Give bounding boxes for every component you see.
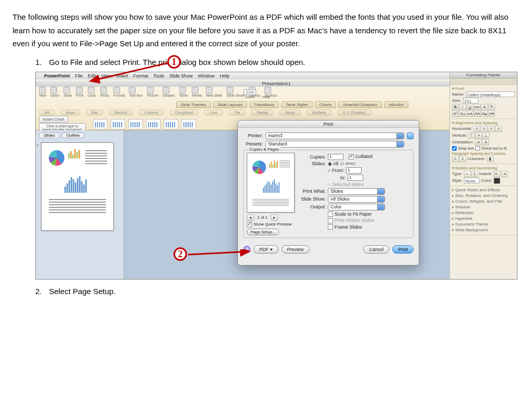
menu-view[interactable]: View xyxy=(101,73,111,78)
bullet-type-icon[interactable]: • xyxy=(464,171,471,177)
presets-select[interactable]: Standard xyxy=(265,141,404,148)
disc-hyperlink[interactable]: Hyperlink xyxy=(452,216,515,221)
menu-slideshow[interactable]: Slide Show xyxy=(169,73,193,78)
spacing-icon[interactable]: ≡ xyxy=(459,156,466,162)
bold-button[interactable]: B xyxy=(452,104,459,110)
valign-mid-icon[interactable]: ≡ xyxy=(475,132,482,139)
slides-all-radio[interactable]: ◉ All xyxy=(328,161,338,166)
indent-dec-icon[interactable]: ⇤ xyxy=(494,171,500,177)
qat-textbox-icon[interactable] xyxy=(129,87,136,94)
spacing-icon[interactable]: ≡ xyxy=(452,156,459,162)
chartcat-line[interactable]: Line xyxy=(204,110,223,115)
tab-charts[interactable]: Charts xyxy=(315,101,337,108)
menu-window[interactable]: Window xyxy=(198,73,215,78)
qat-save-icon[interactable] xyxy=(63,87,70,94)
valign-top-icon[interactable]: ⊤ xyxy=(468,132,475,139)
indent-inc-icon[interactable]: ⇥ xyxy=(501,171,508,177)
color-swatch[interactable] xyxy=(494,178,500,184)
tab-smartart[interactable]: SmartArt Graphics xyxy=(338,101,382,108)
qat-shapes-icon[interactable] xyxy=(163,87,169,94)
chartcat-xy[interactable]: X Y (Scatter) xyxy=(337,110,373,115)
tab-transitions[interactable]: Transitions xyxy=(249,101,279,108)
align-justify-icon[interactable]: ≡ xyxy=(495,126,502,132)
zoom-value[interactable]: 21% xyxy=(244,89,256,95)
menu-tools[interactable]: Tools xyxy=(153,73,164,78)
slideshow-select[interactable]: All Slides xyxy=(328,196,385,203)
printer-select[interactable]: mann3 xyxy=(265,132,404,139)
align-left-icon[interactable]: ≡ xyxy=(473,126,480,132)
underline-button[interactable]: U xyxy=(467,104,473,110)
chartcat-all[interactable]: All xyxy=(39,110,55,115)
chart-thumb[interactable] xyxy=(128,119,143,129)
subscript-button[interactable]: A₂ xyxy=(459,111,466,117)
collated-checkbox[interactable]: Collated xyxy=(349,154,373,160)
page-setup-button[interactable]: Page Setup... xyxy=(247,229,279,235)
qat-undo-icon[interactable] xyxy=(88,87,95,94)
frame-checkbox[interactable]: Frame Slides xyxy=(328,224,362,230)
qat-new-icon[interactable] xyxy=(39,87,46,94)
shrink-font-button[interactable]: A▾ xyxy=(488,111,495,117)
chart-thumb[interactable] xyxy=(164,119,178,129)
help-icon[interactable]: ? xyxy=(243,246,250,253)
disc-doc-theme[interactable]: Document Theme xyxy=(452,221,515,227)
strike-button[interactable]: ABC xyxy=(474,104,481,110)
shrink-fit-checkbox[interactable]: Shrink text to fit xyxy=(475,146,507,151)
print-button[interactable]: Print xyxy=(392,245,414,254)
qat-print-icon[interactable] xyxy=(76,87,83,94)
help-label[interactable]: Help xyxy=(262,95,270,99)
tab-slide-layouts[interactable]: Slide Layouts xyxy=(213,101,247,108)
qat-format-icon[interactable] xyxy=(113,87,120,94)
slides-from-radio[interactable]: ○ From: xyxy=(328,168,344,173)
disc-size-rotation[interactable]: Size, Rotation, and Ordering xyxy=(452,193,515,198)
disc-reflection[interactable]: Reflection xyxy=(452,210,515,216)
chartcat-bubble[interactable]: Bubble xyxy=(109,110,133,115)
pdf-button[interactable]: PDF ▾ xyxy=(254,245,278,254)
disc-shadow[interactable]: Shadow xyxy=(452,204,515,210)
chart-thumb[interactable] xyxy=(111,119,125,129)
highlight-button[interactable]: ✎ xyxy=(488,104,495,110)
next-page-button[interactable]: ▸ xyxy=(271,215,278,221)
qat-redo-icon[interactable] xyxy=(100,87,107,94)
wrap-text-checkbox[interactable]: Wrap text xyxy=(452,146,474,151)
tab-slide-themes[interactable]: Slide Themes xyxy=(176,101,211,108)
chart-thumb[interactable] xyxy=(181,119,196,129)
italic-button[interactable]: I xyxy=(459,104,466,110)
copies-input[interactable] xyxy=(328,154,343,160)
qat-table-icon[interactable] xyxy=(179,87,186,94)
chartcat-area[interactable]: Area xyxy=(60,110,81,115)
chartcat-bar[interactable]: Bar xyxy=(86,110,103,115)
orient-v-icon[interactable]: A xyxy=(482,139,489,145)
qat-slideshow-icon[interactable] xyxy=(227,87,233,94)
chartcat-stock[interactable]: Stock xyxy=(279,110,301,115)
menu-app[interactable]: PowerPoint xyxy=(44,73,70,78)
font-name-field[interactable]: Calibri (Headings) xyxy=(466,91,515,97)
disc-colors-weights[interactable]: Colors, Weights, and Fills xyxy=(452,198,515,204)
qat-newslide-icon[interactable] xyxy=(206,87,212,94)
chartcat-surface[interactable]: Surface xyxy=(306,110,332,115)
from-input[interactable] xyxy=(346,167,362,174)
scale-checkbox[interactable]: Scale to Fit Paper xyxy=(328,211,372,217)
menu-edit[interactable]: Edit xyxy=(88,73,96,78)
qat-picture-icon[interactable] xyxy=(147,87,154,94)
slide-thumbnail-1[interactable] xyxy=(41,142,114,231)
grow-font-button[interactable]: A▴ xyxy=(481,111,488,117)
disc-slide-bg[interactable]: Slide Background xyxy=(452,227,515,233)
menu-help[interactable]: Help xyxy=(220,73,230,78)
output-select[interactable]: Color xyxy=(328,204,385,210)
align-right-icon[interactable]: ≡ xyxy=(488,126,495,132)
valign-bot-icon[interactable]: ⊥ xyxy=(483,132,489,139)
chartcat-pie[interactable]: Pie xyxy=(229,110,246,115)
font-size-field[interactable]: 211 xyxy=(463,98,478,103)
style-field[interactable]: None xyxy=(464,178,480,183)
allcaps-button[interactable]: AA xyxy=(474,111,481,117)
tab-slides[interactable]: Slides xyxy=(39,132,60,138)
chartcat-radar[interactable]: Radar xyxy=(251,110,274,115)
menu-file[interactable]: File xyxy=(75,73,83,78)
qat-open-icon[interactable] xyxy=(50,87,57,94)
chart-thumb[interactable] xyxy=(146,119,161,129)
chartcat-column[interactable]: Column xyxy=(138,110,164,115)
show-quick-preview-checkbox[interactable]: Show Quick Preview xyxy=(247,222,295,227)
cancel-button[interactable]: Cancel xyxy=(363,245,389,254)
orient-h-icon[interactable]: A xyxy=(475,139,482,145)
qat-media-icon[interactable] xyxy=(192,87,198,94)
